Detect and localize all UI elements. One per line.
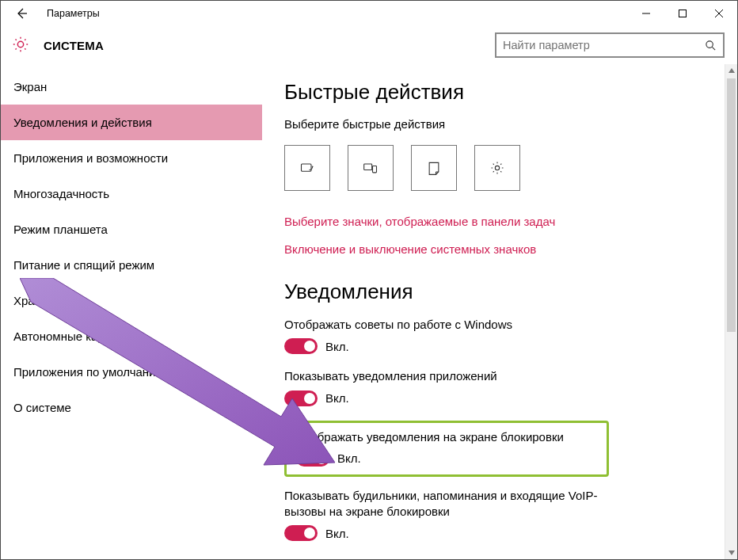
sidebar-item-power[interactable]: Питание и спящий режим <box>1 247 262 283</box>
body: Экран Уведомления и действия Приложения … <box>1 64 737 559</box>
window-controls <box>628 1 737 26</box>
toggle-lockscreen-notifications[interactable] <box>296 451 329 467</box>
main-content: Быстрые действия Выберите быстрые действ… <box>262 64 725 559</box>
toggle-alarm-reminders[interactable] <box>284 525 318 541</box>
window-title: Параметры <box>47 8 100 19</box>
gear-icon <box>12 36 29 55</box>
setting-label: Показывать уведомления приложений <box>284 368 617 384</box>
sidebar-item-label: Приложения и возможности <box>13 151 168 165</box>
quick-action-tiles <box>284 145 702 191</box>
toggle-state: Вкл. <box>325 340 349 353</box>
sidebar-item-label: Автономные карты <box>13 330 118 343</box>
qa-tile-tablet-mode[interactable] <box>284 145 330 191</box>
svg-point-6 <box>495 166 499 170</box>
search-input[interactable] <box>496 39 698 51</box>
svg-rect-5 <box>373 166 377 173</box>
chevron-down-icon <box>728 550 735 555</box>
notifications-heading: Уведомления <box>284 280 702 304</box>
setting-windows-tips: Отображать советы по работе с Windows Вк… <box>284 317 702 354</box>
note-icon <box>426 160 442 176</box>
search-box[interactable] <box>495 32 725 58</box>
titlebar: Параметры <box>1 1 737 26</box>
setting-label: Отображать советы по работе с Windows <box>284 317 617 333</box>
sidebar-item-apps[interactable]: Приложения и возможности <box>1 140 262 176</box>
sidebar-item-tablet-mode[interactable]: Режим планшета <box>1 211 262 247</box>
toggle-app-notifications[interactable] <box>284 390 318 406</box>
sidebar: Экран Уведомления и действия Приложения … <box>1 64 262 559</box>
svg-point-3 <box>312 166 314 168</box>
arrow-left-icon <box>15 7 28 20</box>
toggle-state: Вкл. <box>325 391 349 405</box>
sidebar-item-offline-maps[interactable]: Автономные карты <box>1 318 262 354</box>
search-icon <box>698 34 723 56</box>
svg-point-1 <box>706 40 712 47</box>
setting-lockscreen-notifications: Отображать уведомления на экране блокиро… <box>296 429 597 467</box>
setting-label: Показывать будильники, напоминания и вхо… <box>284 488 617 520</box>
connect-icon <box>363 160 379 176</box>
scroll-down-button[interactable] <box>725 547 737 559</box>
scrollbar-thumb[interactable] <box>727 78 736 332</box>
sidebar-item-notifications[interactable]: Уведомления и действия <box>1 105 262 140</box>
setting-alarm-reminders: Показывать будильники, напоминания и вхо… <box>284 488 702 542</box>
qa-tile-settings[interactable] <box>474 145 520 191</box>
maximize-button[interactable] <box>664 1 701 26</box>
maximize-icon <box>679 10 687 17</box>
sidebar-item-label: Экран <box>13 80 47 93</box>
qa-tile-connect[interactable] <box>348 145 394 191</box>
sidebar-item-label: Хранилище <box>13 294 78 307</box>
settings-window: Параметры СИСТЕМА Экран <box>0 0 738 560</box>
settings-icon <box>489 160 505 176</box>
quick-actions-heading: Быстрые действия <box>284 80 702 105</box>
minimize-button[interactable] <box>628 1 664 26</box>
minimize-icon <box>642 10 650 17</box>
section-title: СИСТЕМА <box>44 39 104 52</box>
toggle-windows-tips[interactable] <box>284 338 318 354</box>
sidebar-item-about[interactable]: О системе <box>1 390 262 425</box>
sidebar-item-label: Режим планшета <box>13 223 108 236</box>
link-taskbar-icons[interactable]: Выберите значки, отображаемые в панели з… <box>284 215 702 228</box>
vertical-scrollbar[interactable] <box>725 64 737 559</box>
toggle-state: Вкл. <box>337 451 361 465</box>
chevron-up-icon <box>728 68 735 73</box>
sidebar-item-label: Питание и спящий режим <box>13 258 154 272</box>
close-icon <box>715 10 723 17</box>
setting-app-notifications: Показывать уведомления приложений Вкл. <box>284 368 702 406</box>
svg-rect-4 <box>364 164 372 170</box>
qa-tile-note[interactable] <box>411 145 457 191</box>
sidebar-item-label: Многозадачность <box>13 187 109 200</box>
sidebar-item-default-apps[interactable]: Приложения по умолчанию <box>1 354 262 390</box>
sidebar-item-storage[interactable]: Хранилище <box>1 283 262 318</box>
header-row: СИСТЕМА <box>1 26 737 64</box>
back-button[interactable] <box>10 2 32 25</box>
sidebar-item-display[interactable]: Экран <box>1 69 262 105</box>
scroll-up-button[interactable] <box>725 64 737 77</box>
sidebar-item-label: О системе <box>13 401 71 414</box>
sidebar-item-label: Уведомления и действия <box>13 116 152 129</box>
toggle-state: Вкл. <box>325 527 349 540</box>
sidebar-item-multitasking[interactable]: Многозадачность <box>1 176 262 211</box>
close-button[interactable] <box>701 1 737 26</box>
tablet-mode-icon <box>299 160 315 176</box>
quick-actions-subtitle: Выберите быстрые действия <box>284 117 702 131</box>
setting-label: Отображать уведомления на экране блокиро… <box>296 429 597 445</box>
link-system-icons[interactable]: Включение и выключение системных значков <box>284 242 702 256</box>
sidebar-item-label: Приложения по умолчанию <box>13 365 165 379</box>
svg-rect-0 <box>679 10 687 17</box>
highlighted-setting: Отображать уведомления на экране блокиро… <box>284 421 609 477</box>
